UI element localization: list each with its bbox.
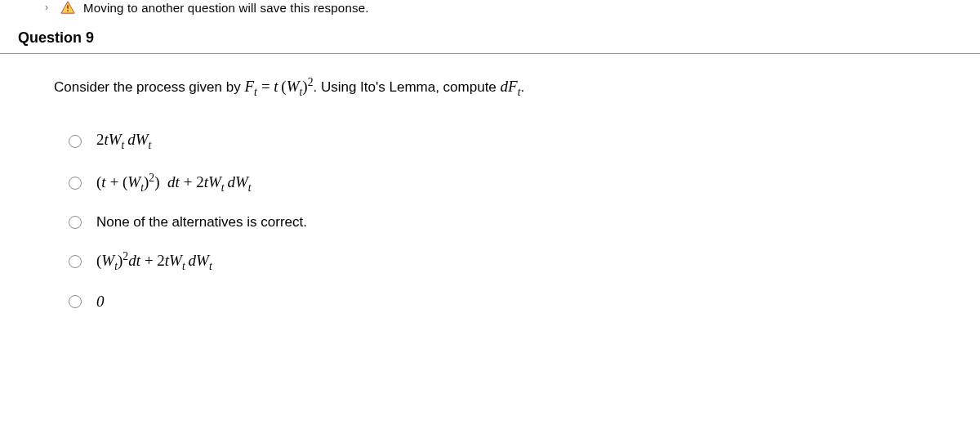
prompt-formula-dft: dFt (501, 78, 521, 95)
question-prompt: Consider the process given by Ft = t (Wt… (54, 74, 980, 101)
prompt-suffix: . (520, 79, 524, 95)
option-3-text: None of the alternatives is correct. (96, 214, 307, 231)
option-5[interactable]: 0 (69, 293, 980, 311)
save-notice: Moving to another question will save thi… (83, 1, 369, 15)
top-bar: › Moving to another question will save t… (0, 0, 980, 15)
prompt-middle: . Using Ito's Lemma, compute (313, 79, 500, 95)
prompt-prefix: Consider the process given by (54, 79, 244, 95)
option-3[interactable]: None of the alternatives is correct. (69, 214, 980, 231)
divider (0, 53, 980, 54)
options-group: 2tWt dWt (t + (Wt)2) dt + 2tWt dWt None … (54, 131, 980, 311)
question-body: Consider the process given by Ft = t (Wt… (0, 74, 980, 311)
radio-icon[interactable] (69, 216, 82, 229)
option-5-text: 0 (96, 293, 105, 311)
chevron-right-icon: › (45, 2, 48, 13)
prompt-formula-ft: Ft = t (Wt)2 (244, 78, 313, 95)
question-number: Question 9 (0, 15, 980, 53)
option-2-formula: (t + (Wt)2) dt + 2tWt dWt (96, 172, 252, 195)
svg-rect-1 (67, 5, 69, 9)
option-2[interactable]: (t + (Wt)2) dt + 2tWt dWt (69, 172, 980, 195)
option-4[interactable]: (Wt)2dt + 2tWt dWt (69, 250, 980, 273)
option-4-formula: (Wt)2dt + 2tWt dWt (96, 250, 212, 273)
warning-icon (60, 0, 75, 15)
radio-icon[interactable] (69, 255, 82, 268)
svg-rect-2 (67, 10, 69, 11)
radio-icon[interactable] (69, 177, 82, 190)
radio-icon[interactable] (69, 135, 82, 148)
radio-icon[interactable] (69, 295, 82, 308)
option-1[interactable]: 2tWt dWt (69, 131, 980, 152)
option-1-formula: 2tWt dWt (96, 131, 151, 152)
